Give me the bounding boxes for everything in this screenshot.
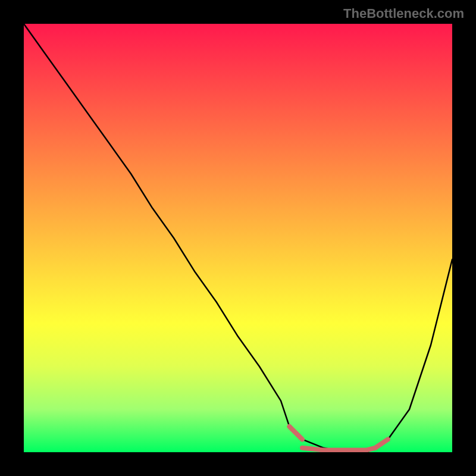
series-bottleneck-curve <box>24 24 452 452</box>
series-optimal-zone-right-marker <box>375 439 388 447</box>
chart-curve-layer <box>24 24 452 452</box>
series-optimal-zone-left-marker <box>289 427 302 440</box>
watermark-text: TheBottleneck.com <box>343 6 464 21</box>
series-optimal-zone-flat <box>302 448 375 450</box>
